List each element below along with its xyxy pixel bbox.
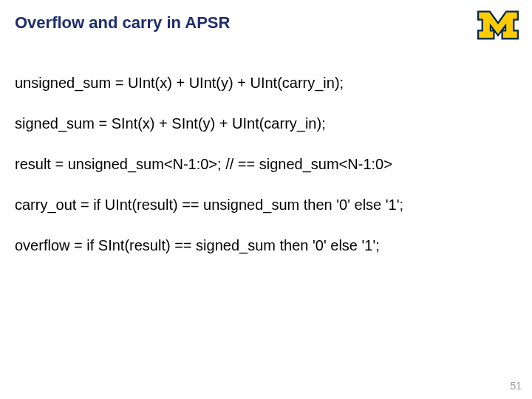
slide: Overflow and carry in APSR unsigned_sum … <box>0 0 532 399</box>
code-line: result = unsigned_sum<N-1:0>; // == sign… <box>15 155 502 174</box>
page-number: 51 <box>510 380 522 392</box>
code-line: carry_out = if UInt(result) == unsigned_… <box>15 196 502 214</box>
code-line: signed_sum = SInt(x) + SInt(y) + UInt(ca… <box>15 115 502 133</box>
slide-title: Overflow and carry in APSR <box>15 13 230 33</box>
slide-body: unsigned_sum = UInt(x) + UInt(y) + UInt(… <box>15 74 502 277</box>
code-line: unsigned_sum = UInt(x) + UInt(y) + UInt(… <box>15 74 502 92</box>
code-line: overflow = if SInt(result) == signed_sum… <box>15 236 502 255</box>
umich-logo-icon <box>477 10 519 43</box>
